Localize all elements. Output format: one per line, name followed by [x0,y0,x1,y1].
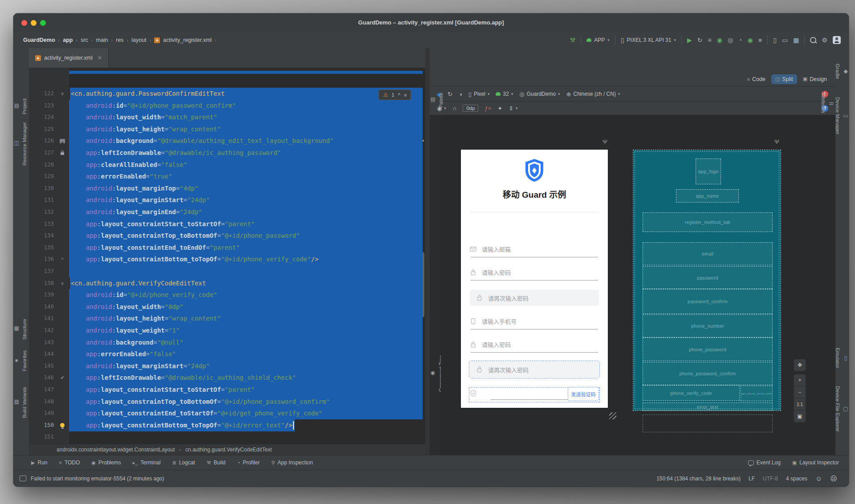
blueprint-box-get_phone_verify_code[interactable]: get_phone_verify_code [741,386,773,401]
preview-resize-handle[interactable] [609,412,616,419]
code-line-131[interactable]: 131 android:layout_marginStart="24dp" [29,194,425,206]
zoom-in-button[interactable]: + [794,374,806,386]
code-line-145[interactable]: 145 android:layout_marginStart="24dp" [29,360,425,372]
infer-constraints[interactable]: ✦ [497,106,502,111]
preview-field-password-confirm[interactable]: 请再次输入密码 [470,290,599,306]
sidebar-item-resource-manager[interactable]: ◫Resource Manager [13,110,29,177]
code-line-144[interactable]: 144 app:errorEnabled="false" [29,348,425,360]
device-select[interactable]: ▯Pixel▾ [468,91,490,97]
toolwindow-event-log[interactable]: Event Log [748,459,781,466]
breadcrumb-item-src[interactable]: src [81,37,88,43]
preview-wrench-icon[interactable]: Ψ [603,138,607,145]
code-line-147[interactable]: 147 app:layout_constraintStart_toStartOf… [29,384,425,396]
run-configuration-select[interactable]: APP▾ [586,37,610,43]
autoconnect[interactable]: ∩ [452,106,456,111]
clear-constraints[interactable]: ƒ× [484,106,491,111]
code-line-139[interactable]: 139 android:id="@+id/phone_verify_code" [29,289,425,301]
next-warning-button[interactable]: v [404,93,407,98]
code-line-140[interactable]: 140 android:layout_width="0dp" [29,301,425,313]
theme[interactable]: ◑ [459,91,462,97]
prev-warning-button[interactable]: ^ [398,93,401,98]
code-line-148[interactable]: 148 app:layout_constraintTop_toBottomOf=… [29,396,425,408]
code-line-149[interactable]: 149 app:layout_constraintEnd_toStartOf="… [29,407,425,419]
code-line-127[interactable]: 127 app:leftIconDrawable="@drawable/ic_a… [29,147,425,159]
blueprint-box-password_confirm[interactable]: password_confirm [643,289,773,314]
apply-code-changes-icon[interactable]: ≡ [708,37,711,43]
blueprint-box-phone_verify_code[interactable]: phone_verify_code [643,385,740,401]
profile-app-icon[interactable]: ◉ [748,37,753,43]
editor-breadcrumb-item[interactable]: cn.authing.guard.VerifyCodeEditText [185,447,272,453]
component-tree-tab[interactable]: ◉ Component Tree [430,355,441,392]
tab-activity-register-xml[interactable]: A activity_register.xml ✕ [29,48,109,68]
device-mirroring-icon[interactable]: ▭ [782,37,788,43]
zoom-out-button[interactable]: − [794,386,806,398]
blueprint-box-app_name[interactable]: app_name [676,189,739,203]
code-line-151[interactable]: 151 [29,431,425,443]
preview-field-phone-number[interactable]: 请输入手机号 [470,316,599,329]
code-line-130[interactable]: 130 android:layout_marginTop="4dp" [29,183,425,195]
gutter-fold-close-icon[interactable]: ^ [57,253,68,265]
inspection-widget[interactable]: ⚠ 1 ^ v [379,89,411,100]
code-line-128[interactable]: 128 app:clearAllEnabled="false" [29,159,425,171]
code-line-123[interactable]: 123 android:id="@+id/phone_password_conf… [29,100,425,112]
code-line-143[interactable]: 143 android:background="@null" [29,337,425,349]
stop-icon[interactable]: ■ [758,37,762,43]
apply-changes-icon[interactable]: ↻ [697,37,703,43]
sidebar-item-device-manager[interactable]: ▭Device Manager [835,85,849,147]
gutter-lock-icon[interactable] [57,147,68,159]
preview-field-email[interactable]: 请输入邮箱 [470,244,599,257]
gutter-image-icon[interactable] [57,135,68,147]
api-select[interactable]: 32▾ [496,91,513,97]
code-line-141[interactable]: 141 android:layout_height="wrap_content" [29,313,425,325]
toolwindow-problems[interactable]: ◉Problems [91,459,121,466]
toolwindow-profiler[interactable]: ◔Profiler [237,459,260,466]
blueprint-box-phone_number[interactable]: phone_number [643,314,773,337]
blueprint-box-phone_password_confirm[interactable]: phone_password_confirm [643,362,773,385]
device-manager-icon[interactable]: ▯ [773,37,777,43]
user-avatar[interactable] [833,36,841,44]
line-ending[interactable]: LF [749,476,755,482]
code-line-135[interactable]: 135 app:layout_constraintEnd_toEndOf="pa… [29,242,425,254]
gutter-shield-icon[interactable]: ✔ [57,372,68,384]
caret-position[interactable]: 150:64 (1384 chars, 28 line breaks) [656,476,741,482]
breadcrumb-item-app[interactable]: app [63,37,73,43]
blueprint-box-register_method_tab[interactable]: register_method_tab [643,212,773,232]
settings-gear-icon[interactable]: ⚙ [822,37,827,43]
breadcrumb-item-GuardDemo[interactable]: GuardDemo [23,37,55,43]
blueprint-box-error_text[interactable]: error_text [643,402,773,411]
breadcrumb-item-res[interactable]: res [116,37,123,43]
toolwindow-todo[interactable]: ≡TODO [59,459,80,466]
blueprint-view[interactable]: app_logoapp_nameregister_method_tabemail… [633,150,781,411]
gutter-fold-open-icon[interactable]: v [57,277,68,289]
app-theme-select[interactable]: ◎GuardDemo▾ [519,91,560,97]
sidebar-item-build-variants[interactable]: ▧Build Variants [13,374,29,431]
code-line-137[interactable]: 137 [29,265,425,277]
close-tab-icon[interactable]: ✕ [98,55,102,61]
editor-design-splitter[interactable] [425,48,430,455]
toolwindow-terminal[interactable]: ▸_Terminal [133,459,161,466]
send-code-button[interactable]: 发送验证码 [568,387,599,401]
code-line-129[interactable]: 129 app:errorEnabled="true" [29,171,425,183]
code-line-133[interactable]: 133 app:layout_constraintStart_toStartOf… [29,218,425,230]
code-line-142[interactable]: 142 android:layout_weight="1" [29,325,425,337]
editor-breadcrumb-item[interactable]: androidx.constraintlayout.widget.Constra… [57,447,175,453]
mode-design-button[interactable]: ▣Design [799,74,831,84]
blueprint-box-password[interactable]: password [643,266,773,289]
run-icon[interactable]: ▶ [687,37,692,43]
mode-code-button[interactable]: ≡Code [743,74,770,84]
code-line-124[interactable]: 124 android:layout_width="match_parent" [29,111,425,123]
gutter-bulb-icon[interactable] [57,419,68,431]
device-select[interactable]: ▯PIXEL 3 XL API 31▾ [621,37,676,43]
toolwindow-app-inspection[interactable]: ⚲App Inspection [271,459,313,466]
orientation[interactable]: ↻ [448,91,452,97]
pack[interactable]: ⇕▾ [509,106,517,111]
debug-icon[interactable]: ◉ [717,37,722,43]
default-margins[interactable]: 0dp [463,105,478,112]
toolwindow-run[interactable]: ▶Run [31,459,47,466]
blueprint-box-email[interactable]: email [643,242,773,265]
sdk-manager-icon[interactable]: ▦ [793,37,799,43]
toolwindow-logcat[interactable]: ≣Logcat [172,459,195,466]
blueprint-wrench-icon[interactable]: Ψ [774,138,779,145]
search-icon[interactable] [810,37,816,43]
build-hammer-icon[interactable]: ⚒ [570,37,576,43]
